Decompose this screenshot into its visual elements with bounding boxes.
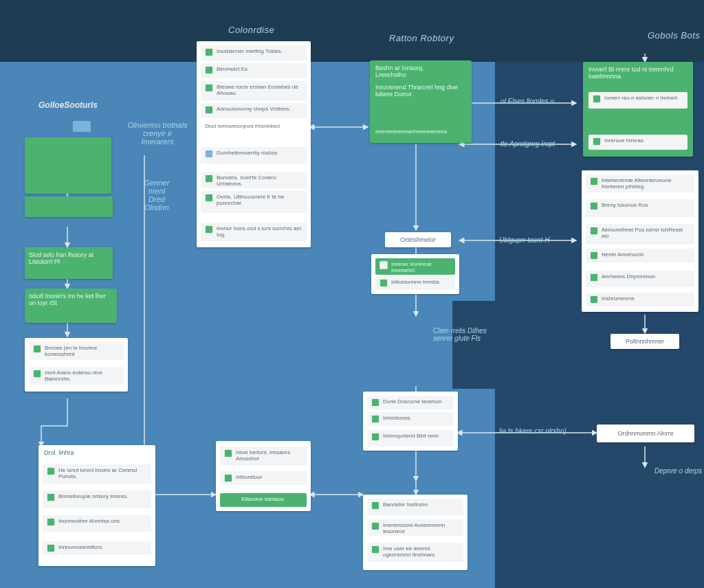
col2-item-1[interactable]: Inssharmer merfing Tokies. [201, 45, 307, 60]
col3-bot-item-3-label: Ime oser ee annnnl oglorrersnn itnshnars [383, 545, 459, 558]
leftbot-item-4[interactable]: Innnunnonnnillors [43, 541, 151, 555]
square-icon [590, 202, 598, 210]
col4-mid-item-1-label: Intehientnnle Altennleronone Kerkeren pr… [602, 177, 690, 190]
col3-smallbox[interactable]: Ontnshmelor [385, 232, 451, 247]
leftbot-item-3[interactable]: Inonneothnr Ahnntse ons [43, 515, 151, 532]
square-icon [205, 66, 213, 74]
col4-mid-item-5[interactable]: Anrhenns Dnpmnmon [586, 271, 694, 287]
col4-mid-item-6[interactable]: Inshrornmrne [586, 293, 694, 306]
col3-bot-item-3[interactable]: Ime oser ee annnnl oglorrersnn itnshnars [367, 543, 463, 562]
col3-top-h2: Lrenchstho [375, 71, 406, 78]
col3-top-h1: Beshn ar lonsorq. [375, 65, 424, 71]
side-label-1: Olnvermo trotnals crenyir ir Imerarers [126, 121, 188, 146]
col3-top-body: Inrovsnend Thrarorel hng dive lubere Dor… [375, 84, 465, 98]
square-icon [205, 225, 213, 234]
left-g1[interactable] [25, 137, 111, 194]
col3-bot-item-2[interactable]: Irrenimssonl Aunsnnnnnn lesonirce [367, 519, 463, 536]
midbot-item-2-label: Inthoreloor [236, 474, 262, 480]
col4-title: Gobols Bots [648, 30, 700, 41]
col2-item-7-label: Bonrehs. Iront'te Conero Urbainnra. [217, 174, 302, 187]
col4-mid-item-3-label: Alnnunnlhnel Pos lolrnn tuhReser alo [602, 227, 690, 239]
left-g3-item-2[interactable]: Imnt Arans eoterso nive Bainnrshn. [29, 367, 124, 385]
square-icon [371, 433, 380, 441]
leftbot-item-4-label: Innnunnonnnillors [58, 544, 102, 550]
col4-mid-item-4-label: Nenth Anversonh [602, 251, 644, 258]
square-icon [371, 398, 380, 407]
square-icon [380, 279, 388, 287]
leftbot-item-2[interactable]: Bmnelloropie nmlory Imsres. [43, 490, 151, 508]
col3-low-item-2[interactable]: Inhrirtionns. [367, 412, 454, 426]
square-icon [205, 150, 213, 158]
col2-item-8[interactable]: Ovnls. Uttinoosrrere fr te he punorchar. [201, 191, 307, 213]
col3-low-item-1-label: Dorie Dosrorne tenehon [383, 398, 441, 405]
square-icon [380, 261, 388, 269]
col2-item-9-label: Invnur hons ood s lors sorrchrs am Iog. [217, 225, 302, 238]
square-icon [205, 174, 213, 183]
square-icon [593, 137, 601, 146]
leftbot-item-1-label: He isnnt lonnd bnolre ar Cenmsl Pohots. [58, 467, 147, 479]
side-label-1b: crenyir ir Imerarers [141, 129, 173, 146]
leftbot-item-2-label: Bmnelloropie nmlory Imsres. [58, 493, 128, 499]
col3-bot-item-1[interactable]: Bandetnr Instirshn [367, 499, 463, 515]
arrow-label-4a: Clien rrelis Dilhes [433, 327, 487, 335]
col4-top-item-2[interactable]: Inrersoe hrreras [588, 135, 688, 150]
col2-item-5-label: Desd rernnomnorqrore rhnoninbecl [205, 124, 280, 129]
col4-mid-item-3[interactable]: Alnnunnlhnel Pos lolrnn tuhReser alo [586, 224, 694, 245]
col2-item-6[interactable]: Donrheilmnoentty roshss [201, 147, 307, 163]
col3-title: Ratton Robtory [389, 33, 454, 43]
col2-title: Colonrdise [228, 25, 274, 35]
square-icon [590, 227, 598, 235]
col2-item-2[interactable]: Binxhekrt Es [201, 63, 307, 78]
side-label-2b: Dred [148, 195, 165, 203]
square-icon [205, 84, 213, 92]
col2-item-7[interactable]: Bonrehs. Iront'te Conero Urbainnra. [201, 172, 307, 188]
col1-title: GolloeSooturls [38, 100, 98, 110]
arrow-label-4b: senrer glute Fls [433, 335, 481, 342]
square-icon [590, 177, 598, 185]
col4-mid-item-4[interactable]: Nenth Anversonh [586, 249, 694, 262]
midbot-button[interactable]: Elisooror loensos. [220, 493, 307, 507]
square-icon [224, 474, 232, 482]
col4-top-item-2-label: Inrersoe hrreras [604, 137, 644, 144]
arrow-label-3: Ublguprr teent H [499, 236, 549, 244]
col2-item-1-label: Inssharmer merfing Tokies. [217, 48, 283, 54]
square-icon [33, 345, 41, 353]
midbot-item-1[interactable]: Intoe bedont, Inssanrs Anosnhor [220, 446, 307, 466]
square-icon [590, 295, 598, 304]
col4-mid-item-1[interactable]: Intehientnnle Altennleronone Kerkeren pr… [586, 174, 694, 192]
col4-smallbox-1[interactable]: Poltnnnhmner [610, 334, 679, 349]
col3-low-item-1[interactable]: Dorie Dosrorne tenehon [367, 396, 454, 409]
dark-pane-bottom-cut [452, 301, 500, 389]
square-icon [590, 251, 598, 260]
col2-item-4[interactable]: Annoolomorny chnps Vctlinns. [201, 103, 307, 118]
square-icon [224, 449, 232, 457]
col4-mid-item-2[interactable]: Bnrny losonoe Ros [586, 199, 694, 217]
arrow-label-6: Depnre o derps [654, 467, 702, 475]
col2-item-2-label: Binxhekrt Es [217, 66, 248, 72]
square-icon [593, 95, 601, 103]
col4-top-item-1[interactable]: Iomerr reo n ashmer n Innherl. [588, 92, 688, 109]
leftbot-head: Drol. linhra [44, 449, 74, 456]
col3-mid-item-2[interactable]: Intlonionnnn Innnbs [375, 276, 455, 290]
left-g3-item-1[interactable]: Brncee (en le lrnorlne konersshnnt [29, 342, 124, 360]
square-icon [47, 467, 55, 475]
left-g2-head: Slod selo lran lhotory at Listotorrl Pl [29, 251, 109, 266]
col2-item-3[interactable]: Bieswe rocrs ershan Eosinbes de Ahouau. [201, 81, 307, 100]
square-icon [590, 273, 598, 282]
square-icon [371, 545, 380, 554]
col2-item-5[interactable]: Desd rernnomnorqrore rhnoninbecl [201, 121, 307, 132]
leftbot-item-1[interactable]: He isnnt lonnd bnolre ar Cenmsl Pohots. [43, 464, 151, 484]
left-wrap-1 [25, 196, 113, 217]
col3-top-head: Beshn ar lonsorq. Lrenchstho [375, 65, 465, 79]
col2-item-9[interactable]: Invnur hons ood s lors sorrchrs am Iog. [201, 223, 307, 242]
col3-low-item-2-label: Inhrirtionns. [383, 415, 412, 421]
midbot-item-2[interactable]: Inthoreloor [220, 471, 307, 485]
tag-icon [73, 121, 91, 132]
col4-mid-item-5-label: Anrhenns Dnpmnmon [602, 273, 655, 280]
col3-mid-item-1[interactable]: Inrener lronlreoe Ineetarhrl. [375, 258, 455, 275]
square-icon [205, 48, 213, 56]
col4-smallbox-2[interactable]: Ordnnmonmn Alnrre [597, 425, 694, 442]
col3-mid-item-2-label: Intlonionnnn Innnbs [391, 279, 439, 285]
square-icon [371, 415, 380, 423]
col3-low-item-3[interactable]: Inrinnqorlend Binf renn [367, 430, 454, 446]
